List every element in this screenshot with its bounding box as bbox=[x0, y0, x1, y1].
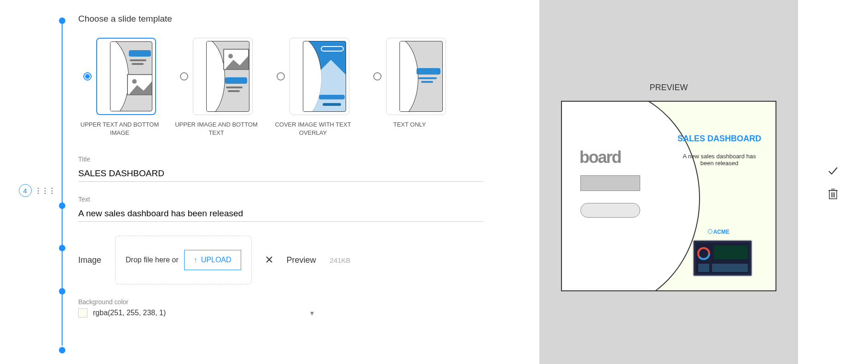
svg-point-0 bbox=[132, 79, 137, 84]
preview-laptop-image bbox=[693, 240, 752, 277]
template-cover-image-text-overlay[interactable]: COVER IMAGE WITH TEXT OVERLAY bbox=[272, 38, 354, 137]
radio-template-1[interactable] bbox=[83, 72, 92, 81]
step-indicator-col: 4 ⋮⋮⋮ bbox=[18, 14, 55, 350]
templates-row: UPPER TEXT AND BOTTOM IMAGE bbox=[78, 38, 521, 137]
template-thumb-2[interactable] bbox=[193, 38, 253, 115]
upload-button-label: UPLOAD bbox=[201, 256, 231, 264]
drop-hint-text: Drop file here or bbox=[126, 256, 179, 264]
preview-placeholder-pill bbox=[580, 203, 640, 218]
svg-point-1 bbox=[228, 54, 233, 58]
preview-heading: PREVIEW bbox=[649, 83, 688, 92]
radio-template-4[interactable] bbox=[373, 72, 382, 81]
template-thumb-4[interactable] bbox=[386, 38, 446, 115]
template-label-3: COVER IMAGE WITH TEXT OVERLAY bbox=[272, 121, 354, 137]
text-label: Text bbox=[78, 196, 521, 203]
template-upper-image-bottom-text[interactable]: UPPER IMAGE AND BOTTOM TEXT bbox=[175, 38, 258, 137]
svg-rect-10 bbox=[712, 264, 748, 272]
template-thumb-3[interactable] bbox=[289, 38, 349, 115]
confirm-button[interactable] bbox=[827, 164, 839, 177]
image-size-text: 241KB bbox=[330, 256, 351, 264]
preview-placeholder-rect bbox=[580, 175, 640, 191]
upload-button[interactable]: ↑ UPLOAD bbox=[184, 250, 241, 270]
svg-rect-9 bbox=[698, 264, 709, 272]
bgcolor-swatch[interactable] bbox=[78, 308, 87, 318]
timeline bbox=[55, 14, 69, 350]
image-preview-label: Preview bbox=[287, 255, 316, 265]
choose-template-heading: Choose a slide template bbox=[78, 14, 521, 24]
preview-panel: PREVIEW board SALES DASHBOARD A new sale… bbox=[539, 0, 798, 364]
template-upper-text-bottom-image[interactable]: UPPER TEXT AND BOTTOM IMAGE bbox=[78, 38, 161, 137]
preview-brand-badge: ACME bbox=[708, 229, 729, 235]
check-icon bbox=[827, 165, 839, 177]
actions-panel bbox=[798, 0, 868, 364]
preview-title: SALES DASHBOARD bbox=[677, 134, 761, 144]
preview-text: A new sales dashboard has been released bbox=[678, 153, 761, 167]
template-label-2: UPPER IMAGE AND BOTTOM TEXT bbox=[175, 121, 258, 137]
bgcolor-label: Background color bbox=[78, 298, 521, 306]
bgcolor-select[interactable]: rgba(251, 255, 238, 1) ▾ bbox=[93, 309, 314, 318]
template-text-only[interactable]: TEXT ONLY bbox=[368, 38, 451, 137]
svg-rect-8 bbox=[714, 245, 748, 259]
text-input[interactable] bbox=[78, 206, 483, 222]
drag-handle-icon[interactable]: ⋮⋮⋮ bbox=[35, 186, 55, 195]
trash-icon bbox=[828, 188, 838, 200]
clear-image-button[interactable] bbox=[266, 255, 273, 266]
title-input[interactable] bbox=[78, 166, 483, 182]
upload-arrow-icon: ↑ bbox=[194, 256, 197, 264]
template-thumb-1[interactable] bbox=[96, 38, 156, 115]
step-number-badge: 4 bbox=[19, 184, 32, 197]
close-icon bbox=[266, 256, 273, 263]
template-label-1: UPPER TEXT AND BOTTOM IMAGE bbox=[78, 121, 161, 137]
preview-logo: board bbox=[579, 148, 621, 167]
image-drop-zone[interactable]: Drop file here or ↑ UPLOAD bbox=[115, 236, 252, 284]
template-label-4: TEXT ONLY bbox=[393, 121, 426, 129]
dropdown-caret-icon: ▾ bbox=[310, 309, 314, 318]
radio-template-3[interactable] bbox=[277, 72, 285, 81]
delete-button[interactable] bbox=[827, 187, 839, 200]
preview-canvas: board SALES DASHBOARD A new sales dashbo… bbox=[561, 101, 776, 291]
radio-template-2[interactable] bbox=[180, 72, 188, 81]
bgcolor-value: rgba(251, 255, 238, 1) bbox=[93, 309, 166, 317]
title-label: Title bbox=[78, 156, 521, 163]
image-label: Image bbox=[78, 255, 101, 265]
